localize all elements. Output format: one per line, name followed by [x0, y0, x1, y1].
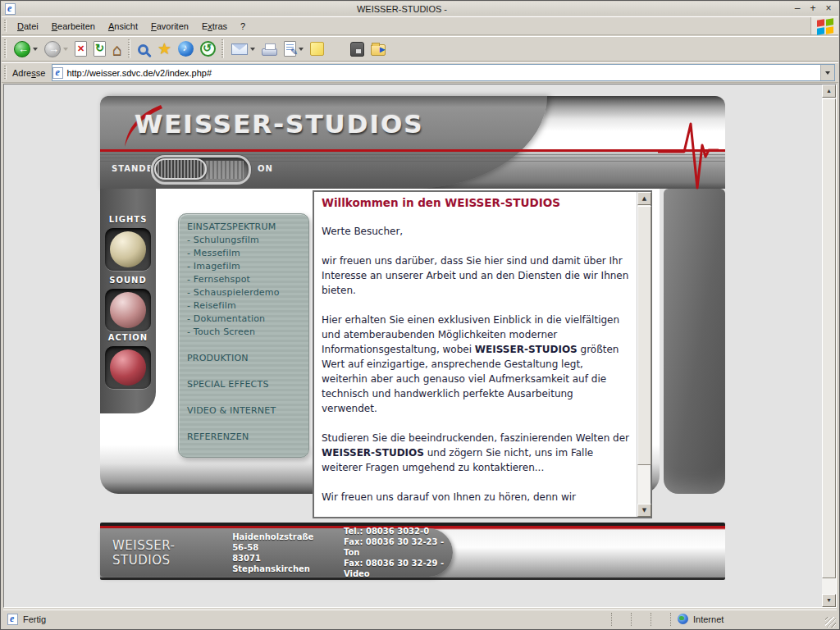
print-button[interactable] [259, 41, 280, 57]
address-dropdown-button[interactable] [820, 65, 834, 80]
nav-produktion[interactable]: PRODUKTION [187, 352, 308, 365]
nav-schulungsfilm[interactable]: - Schulungsfilm [187, 234, 308, 247]
footer-blob: WEISSER-STUDIOS Haidenholzstraße 56-58 8… [100, 528, 453, 577]
scrollbar-thumb[interactable] [637, 206, 651, 465]
nav-imagefilm[interactable]: - Imagefilm [187, 260, 308, 273]
menu-help[interactable]: ? [234, 19, 252, 34]
footer-tel: Tel.: 08036 3032-0 [344, 527, 429, 536]
scroll-up-button[interactable]: ▲ [637, 192, 651, 205]
folder-go-button[interactable] [368, 40, 388, 57]
chevron-down-icon[interactable] [63, 48, 68, 51]
favorites-button[interactable]: ★ [155, 39, 174, 59]
home-icon: ⌂ [112, 41, 122, 57]
lights-button[interactable] [110, 231, 146, 267]
nav-special-effects[interactable]: SPECIAL EFFECTS [187, 378, 308, 391]
briefcase-icon [350, 42, 364, 57]
menu-favoriten[interactable]: Favoriten [144, 19, 195, 34]
menu-label: B [52, 21, 57, 31]
close-button[interactable]: × [822, 3, 835, 15]
status-pane [651, 613, 670, 626]
scroll-down-button[interactable]: ▼ [637, 504, 651, 517]
content-text: Willkommen in den WEISSER-STUDIOS Werte … [322, 196, 631, 514]
chevron-down-icon[interactable] [299, 48, 304, 51]
switch-knob[interactable] [154, 158, 207, 180]
content-panel: Willkommen in den WEISSER-STUDIOS Werte … [313, 190, 652, 518]
status-pane [611, 613, 631, 626]
footer-contact: Tel.: 08036 3032-0 Fax: 08036 30 32-23 -… [344, 526, 453, 579]
content-paragraph: Wir freuen uns darauf von Ihnen zu hören… [322, 490, 631, 504]
nav-schauspielerdemo[interactable]: - Schauspielerdemo [187, 286, 308, 299]
scroll-down-button[interactable]: ▼ [822, 594, 836, 607]
text-segment: Wir freuen uns darauf von Ihnen zu hören… [322, 491, 576, 503]
footer-fax-video: Fax: 08036 30 32-29 - Video [344, 559, 444, 578]
edit-button[interactable] [281, 39, 306, 58]
url-text[interactable]: http://weisser.sdvc.de/v2/index.php# [63, 68, 820, 78]
content-paragraph: Hier erhalten Sie einen exklusiven Einbl… [322, 313, 631, 416]
briefcase-button[interactable] [348, 40, 367, 58]
scrollbar-thumb[interactable] [822, 98, 836, 578]
notes-button[interactable] [308, 40, 326, 57]
sound-button[interactable] [110, 292, 146, 328]
address-bar: Adresse http://weisser.sdvc.de/v2/index.… [2, 62, 838, 83]
minimize-button[interactable]: – [791, 3, 804, 15]
forward-button[interactable] [42, 39, 71, 59]
nav-reisefilm[interactable]: - Reisefilm [187, 299, 308, 313]
nav-video-internet[interactable]: VIDEO & INTERNET [187, 404, 308, 418]
button-recess [105, 289, 151, 331]
menu-bar: Datei Bearbeiten Ansicht Favoriten Extra… [2, 16, 838, 35]
content-paragraph: Studieren Sie die beeindruckenden, faszi… [322, 431, 631, 475]
menu-label: tras [212, 21, 227, 31]
scroll-up-button[interactable]: ▲ [822, 84, 836, 98]
search-icon [138, 44, 148, 55]
action-label: ACTION [100, 333, 156, 342]
toolbar-separator [221, 39, 224, 58]
button-recess [105, 228, 151, 271]
website: WEISSER-STUDIOS STANDBY ON LIGHTS [100, 96, 725, 582]
back-button[interactable] [11, 39, 40, 59]
search-button[interactable] [135, 41, 153, 57]
nav-messefilm[interactable]: - Messefilm [187, 247, 308, 260]
menu-extras[interactable]: Extras [195, 19, 234, 34]
address-input[interactable]: http://weisser.sdvc.de/v2/index.php# [52, 64, 835, 81]
status-zone-pane: Internet [670, 613, 822, 626]
menu-bearbeiten[interactable]: Bearbeiten [45, 19, 102, 34]
standby-switch[interactable] [151, 155, 251, 185]
menu-ansicht[interactable]: Ansicht [102, 19, 144, 34]
resize-grip[interactable] [825, 617, 836, 628]
menu-label: earbeiten [57, 21, 95, 31]
back-icon [14, 41, 30, 57]
chevron-down-icon[interactable] [33, 48, 38, 51]
nav-referenzen[interactable]: REFERENZEN [187, 431, 308, 444]
nav-einsatzspektrum[interactable]: EINSATZSPEKTRUM [187, 221, 308, 234]
refresh-button[interactable] [91, 39, 108, 58]
page-scrollbar[interactable]: ▲ ▼ [822, 84, 836, 607]
edit-icon [284, 41, 296, 57]
menu-label: F [151, 21, 157, 31]
toolbar-grip[interactable] [4, 39, 7, 58]
nav-touch-screen[interactable]: - Touch Screen [187, 326, 308, 339]
text-segment: Studieren Sie die beeindruckenden, faszi… [322, 432, 629, 444]
content-scrollbar[interactable]: ▲ ▼ [637, 192, 651, 517]
footer-address-line: Haidenholzstraße 56-58 [232, 532, 313, 552]
action-button[interactable] [110, 349, 146, 386]
refresh-icon [94, 41, 106, 57]
media-button[interactable] [176, 39, 196, 58]
menu-label: ? [240, 21, 245, 31]
menu-datei[interactable]: Datei [11, 19, 45, 34]
toolbar-grip[interactable] [4, 66, 7, 80]
nav-dokumentation[interactable]: - Dokumentation [187, 313, 308, 326]
text-bold: WEISSER-STUDIOS [475, 344, 578, 355]
sound-label: SOUND [100, 276, 156, 285]
text-bold: WEISSER-STUDIOS [322, 447, 424, 459]
stop-button[interactable] [72, 39, 89, 58]
history-button[interactable] [198, 39, 218, 58]
nav-fernsehspot[interactable]: - Fernsehspot [187, 273, 308, 286]
toolbar-separator [128, 39, 130, 58]
content-paragraph: wir freuen uns darüber, dass Sie hier si… [322, 253, 631, 298]
notes-icon [310, 42, 324, 56]
chevron-down-icon[interactable] [250, 48, 255, 51]
maximize-button[interactable]: + [806, 3, 819, 15]
toolbar-grip[interactable] [4, 20, 7, 32]
mail-button[interactable] [229, 42, 258, 57]
home-button[interactable]: ⌂ [110, 39, 125, 59]
